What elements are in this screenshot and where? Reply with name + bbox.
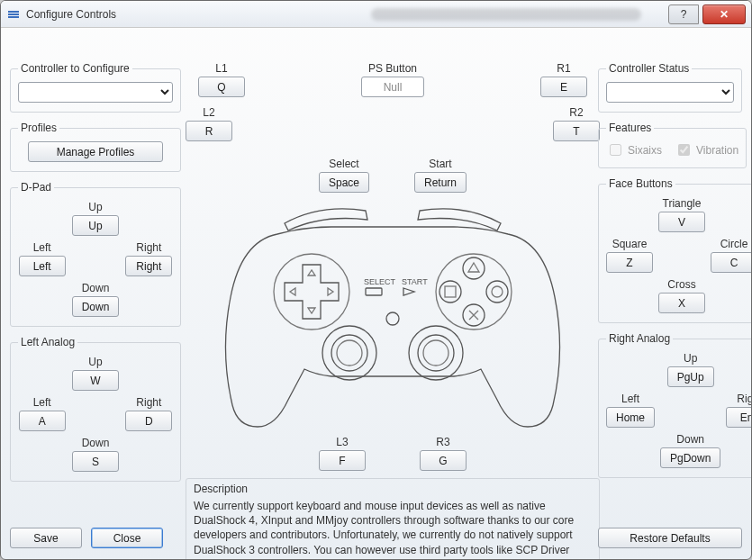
sixaxis-checkbox-wrap[interactable]: Sixaixs bbox=[606, 141, 662, 158]
face-buttons-group: Face Buttons TriangleV SquareZ CircleC C… bbox=[598, 177, 752, 323]
svg-point-6 bbox=[492, 286, 503, 297]
ra-up-button[interactable]: PgUp bbox=[667, 366, 714, 387]
left-analog-group: Left Analog UpW LeftA RightD DownS bbox=[10, 336, 181, 482]
l2-button[interactable]: R bbox=[186, 121, 232, 141]
r1-button[interactable]: E bbox=[540, 77, 587, 97]
right-column: Controller Status Features Sixaixs Vibra… bbox=[598, 62, 742, 550]
vibration-checkbox[interactable] bbox=[678, 144, 690, 156]
la-up-button[interactable]: W bbox=[72, 370, 119, 391]
svg-point-1 bbox=[436, 254, 512, 330]
profiles-group: Profiles Manage Profiles bbox=[10, 122, 181, 172]
svg-start-text: START bbox=[402, 277, 428, 286]
cross-button[interactable]: X bbox=[658, 293, 705, 313]
svg-select-text: SELECT bbox=[364, 277, 396, 286]
dpad-group: D-Pad UpUp LeftLeft RightRight DownDown bbox=[10, 181, 181, 327]
svg-rect-8 bbox=[366, 288, 382, 295]
right-analog-legend: Right Analog bbox=[606, 332, 673, 345]
face-buttons-legend: Face Buttons bbox=[606, 177, 675, 190]
circle-label: Circle bbox=[720, 238, 748, 250]
svg-point-3 bbox=[439, 281, 461, 303]
select-button[interactable]: Space bbox=[319, 172, 369, 193]
la-right-button[interactable]: D bbox=[125, 411, 172, 431]
ra-right-button[interactable]: End bbox=[726, 407, 752, 428]
l1-label: L1 bbox=[215, 62, 227, 75]
svg-point-13 bbox=[409, 326, 463, 380]
dpad-up-button[interactable]: Up bbox=[72, 215, 119, 236]
start-label: Start bbox=[429, 158, 451, 170]
restore-defaults-button[interactable]: Restore Defaults bbox=[598, 528, 742, 548]
triangle-button[interactable]: V bbox=[658, 212, 705, 232]
controller-select-label: Controller to Configure bbox=[18, 62, 132, 75]
svg-point-15 bbox=[423, 340, 448, 366]
dpad-up-label: Up bbox=[88, 201, 102, 213]
la-left-button[interactable]: A bbox=[19, 411, 66, 431]
r1-label: R1 bbox=[557, 62, 570, 75]
svg-point-5 bbox=[486, 281, 508, 303]
help-icon: ? bbox=[681, 8, 687, 21]
left-column: Controller to Configure Profiles Manage … bbox=[10, 62, 181, 550]
svg-point-12 bbox=[337, 340, 362, 366]
description-box: Description We currently support keyboar… bbox=[186, 478, 600, 560]
profiles-label: Profiles bbox=[18, 122, 59, 134]
r2-label: R2 bbox=[569, 106, 583, 119]
app-icon bbox=[6, 7, 21, 22]
controller-status-label: Controller Status bbox=[606, 62, 692, 75]
close-button[interactable]: Close bbox=[91, 528, 163, 548]
square-button[interactable]: Z bbox=[606, 252, 653, 273]
titlebar: Configure Controls ? ✕ bbox=[1, 1, 751, 28]
window-title: Configure Controls bbox=[26, 8, 364, 21]
ra-up-label: Up bbox=[684, 352, 697, 365]
features-group: Features Sixaixs Vibration bbox=[598, 122, 747, 168]
r2-button[interactable]: T bbox=[553, 121, 600, 141]
svg-point-9 bbox=[386, 312, 399, 325]
window-close-button[interactable]: ✕ bbox=[702, 5, 746, 24]
controller-select-dropdown[interactable] bbox=[18, 82, 173, 103]
la-up-label: Up bbox=[88, 356, 102, 368]
controller-status-group: Controller Status bbox=[598, 62, 742, 113]
middle-column: L1Q PS ButtonNull R1E L2R R2T SelectSpac… bbox=[186, 62, 600, 550]
ra-right-label: Right bbox=[737, 393, 752, 405]
controller-select-group: Controller to Configure bbox=[10, 62, 181, 113]
ps-label: PS Button bbox=[368, 62, 417, 75]
dpad-down-button[interactable]: Down bbox=[72, 296, 120, 317]
manage-profiles-button[interactable]: Manage Profiles bbox=[28, 141, 163, 162]
ra-left-button[interactable]: Home bbox=[606, 407, 655, 428]
la-right-label: Right bbox=[136, 396, 161, 409]
l2-label: L2 bbox=[203, 106, 214, 119]
description-body: We currently support keyboard and mouse … bbox=[194, 499, 592, 560]
l3-button[interactable]: F bbox=[319, 450, 366, 471]
bottom-right-buttons: Restore Defaults bbox=[598, 528, 742, 548]
dpad-left-label: Left bbox=[33, 241, 51, 254]
save-button[interactable]: Save bbox=[10, 528, 82, 548]
sixaxis-label: Sixaixs bbox=[628, 144, 662, 157]
dpad-right-button[interactable]: Right bbox=[125, 256, 172, 276]
la-down-button[interactable]: S bbox=[72, 451, 119, 472]
ra-down-button[interactable]: PgDown bbox=[660, 447, 720, 468]
l1-button[interactable]: Q bbox=[198, 77, 245, 97]
circle-button[interactable]: C bbox=[711, 252, 752, 273]
r3-button[interactable]: G bbox=[420, 450, 467, 471]
triangle-label: Triangle bbox=[663, 197, 702, 210]
controller-status-dropdown[interactable] bbox=[606, 82, 734, 103]
la-down-label: Down bbox=[82, 437, 110, 449]
content: Controller to Configure Profiles Manage … bbox=[1, 28, 751, 559]
bottom-left-buttons: Save Close bbox=[10, 528, 163, 548]
svg-point-2 bbox=[463, 257, 485, 279]
dpad-left-button[interactable]: Left bbox=[19, 256, 66, 276]
ps-button-field[interactable]: Null bbox=[361, 77, 424, 97]
help-button[interactable]: ? bbox=[668, 5, 699, 24]
square-label: Square bbox=[612, 238, 648, 250]
svg-point-10 bbox=[322, 326, 376, 380]
start-button[interactable]: Return bbox=[414, 172, 467, 193]
svg-rect-4 bbox=[445, 286, 456, 297]
controller-diagram: SELECT START bbox=[186, 198, 600, 432]
r3-label: R3 bbox=[436, 436, 449, 448]
vibration-checkbox-wrap[interactable]: Vibration bbox=[675, 141, 738, 158]
window-buttons: ? ✕ bbox=[668, 5, 746, 24]
l3-label: L3 bbox=[336, 436, 348, 448]
ra-left-label: Left bbox=[621, 393, 639, 405]
dpad-legend: D-Pad bbox=[18, 181, 54, 194]
la-left-label: Left bbox=[33, 396, 51, 409]
sixaxis-checkbox[interactable] bbox=[610, 144, 621, 156]
titlebar-blur bbox=[371, 8, 641, 21]
